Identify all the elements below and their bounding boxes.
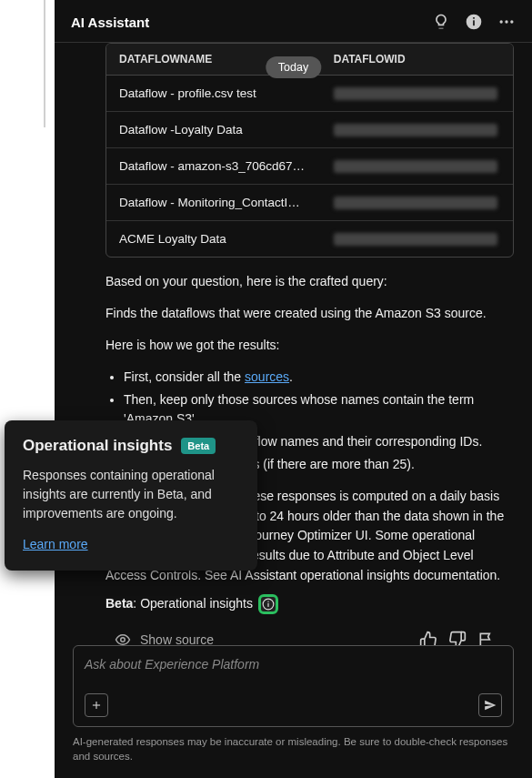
more-icon[interactable] <box>497 13 516 31</box>
svg-rect-7 <box>267 603 268 607</box>
table-row[interactable]: Dataflow - Monitoring_ContactI… <box>106 185 513 221</box>
send-button[interactable] <box>478 693 502 717</box>
show-source-label: Show source <box>140 632 214 644</box>
chat-input[interactable]: Ask about Experience Platform <box>73 645 514 727</box>
cell-id <box>321 185 513 221</box>
cell-id <box>321 76 513 112</box>
thumbs-down-icon[interactable] <box>448 631 467 644</box>
left-divider <box>44 0 45 127</box>
answer-intro: Based on your question, here is the craf… <box>105 272 514 291</box>
col-dataflowid: DATAFLOWID <box>321 44 513 76</box>
disclaimer: AI-generated responses may be inaccurate… <box>73 734 514 763</box>
answer-query: Finds the dataflows that were created us… <box>105 304 514 323</box>
operational-insights-tooltip: Operational insights Beta Responses cont… <box>5 420 257 571</box>
cell-name: Dataflow - profile.csv test <box>106 76 321 112</box>
idea-icon[interactable] <box>432 13 450 31</box>
svg-point-3 <box>500 20 503 23</box>
learn-more-link[interactable]: Learn more <box>23 537 88 551</box>
header-actions <box>432 13 516 31</box>
cell-id <box>321 112 513 148</box>
tooltip-body: Responses containing operational insight… <box>23 466 239 523</box>
show-source-button[interactable]: Show source <box>115 631 214 644</box>
input-area: Ask about Experience Platform AI-generat… <box>55 645 532 778</box>
ai-assistant-panel: AI Assistant Today DATAFLOWN <box>55 0 532 778</box>
tooltip-title: Operational insights <box>23 437 172 455</box>
svg-rect-2 <box>473 17 475 19</box>
panel-header: AI Assistant <box>55 0 532 43</box>
beta-rest: : Operational insights <box>133 596 253 611</box>
flag-icon[interactable] <box>477 631 496 644</box>
beta-badge: Beta <box>181 438 216 454</box>
answer-results-label: Here is how we got the results: <box>105 336 514 355</box>
panel-title: AI Assistant <box>71 15 432 30</box>
svg-point-9 <box>121 638 125 642</box>
beta-label: Beta <box>105 596 133 611</box>
thumbs-up-icon[interactable] <box>419 631 437 644</box>
eye-icon <box>115 631 131 644</box>
beta-line: Beta: Operational insights <box>105 594 514 614</box>
actions-row: Show source <box>115 631 496 644</box>
table-row[interactable]: Dataflow - amazon-s3_706cd67… <box>106 148 513 185</box>
table-row[interactable]: Dataflow - profile.csv test <box>106 76 513 112</box>
svg-rect-8 <box>267 601 268 602</box>
cell-name: Dataflow -Loyalty Data <box>106 112 321 148</box>
beta-info-icon[interactable] <box>258 594 278 614</box>
left-gutter <box>0 0 55 778</box>
info-icon[interactable] <box>465 13 483 31</box>
sources-link[interactable]: sources <box>245 369 289 384</box>
attach-button[interactable] <box>85 693 108 717</box>
table-row[interactable]: Dataflow -Loyalty Data <box>106 112 513 148</box>
cell-name: Dataflow - Monitoring_ContactI… <box>106 185 321 221</box>
cell-name: Dataflow - amazon-s3_706cd67… <box>106 148 321 185</box>
cell-id <box>321 221 513 258</box>
svg-point-5 <box>510 20 513 23</box>
cell-name: ACME Loyalty Data <box>106 221 321 258</box>
svg-point-4 <box>505 20 507 23</box>
step-1: First, consider all the sources. <box>124 368 514 387</box>
table-row[interactable]: ACME Loyalty Data <box>106 221 513 258</box>
today-pill: Today <box>266 56 321 78</box>
input-placeholder: Ask about Experience Platform <box>85 657 502 672</box>
cell-id <box>321 148 513 185</box>
svg-rect-1 <box>473 20 475 25</box>
